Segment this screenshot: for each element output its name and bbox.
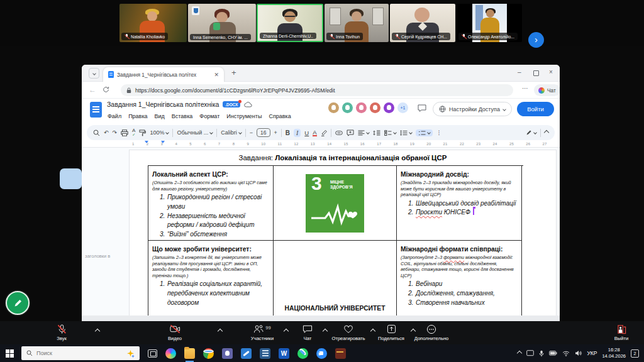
- indent-marker[interactable]: [161, 141, 165, 145]
- indent-marker[interactable]: [145, 141, 148, 145]
- more-toolbar-icon[interactable]: ⋮: [436, 129, 442, 136]
- avatar[interactable]: [328, 102, 339, 113]
- annotation-fab[interactable]: [6, 291, 30, 315]
- text-color-button[interactable]: A: [313, 129, 316, 136]
- new-tab-button[interactable]: +: [231, 68, 236, 77]
- chat-options-chevron[interactable]: [323, 329, 328, 334]
- cell-international-experience[interactable]: Міжнародний досвід: (Знайдіть 2–3 прикла…: [397, 166, 522, 241]
- browser-tab[interactable]: Завдання 1_Чернігівська політех ✕: [103, 67, 224, 82]
- menu-format[interactable]: Формат: [199, 113, 219, 119]
- taskbar-search[interactable]: [21, 346, 140, 360]
- video-options-chevron[interactable]: [218, 329, 223, 334]
- tab-search-icon[interactable]: [89, 68, 99, 79]
- browser-chat-button[interactable]: Чат: [534, 84, 560, 96]
- italic-button-active[interactable]: I: [294, 129, 301, 137]
- share-settings-button[interactable]: Настройки Доступа: [433, 102, 512, 116]
- taskbar-app-zoom[interactable]: [316, 348, 327, 359]
- menu-file[interactable]: Файл: [108, 113, 121, 119]
- taskbar-app-calculator[interactable]: [260, 348, 270, 359]
- participants-button[interactable]: 99 Участники: [240, 324, 284, 341]
- taskbar-app-copilot[interactable]: [165, 348, 176, 359]
- start-button[interactable]: [6, 349, 14, 358]
- bullet-list-select[interactable]: [400, 130, 412, 136]
- leave-button[interactable]: Выйти: [605, 324, 638, 341]
- browser-menu-icon[interactable]: ⋯: [522, 85, 529, 92]
- volume-icon[interactable]: [575, 350, 582, 356]
- font-select[interactable]: Calibri: [221, 129, 242, 136]
- next-participants-arrow[interactable]: ›: [528, 32, 544, 48]
- cell-university-actions[interactable]: Що може зробити університет: (Запишіть 2…: [148, 241, 274, 321]
- avatar[interactable]: [356, 102, 367, 113]
- menu-view[interactable]: Вид: [155, 113, 165, 119]
- cell-sdg[interactable]: 3 МІЦНЕ ЗДОРОВ'Я: [274, 166, 397, 241]
- comments-icon[interactable]: [418, 104, 426, 112]
- ruler[interactable]: 1 2 3 4 5 6 7 8 9 10 11 12 13 14 15 16 1…: [82, 140, 560, 148]
- language-indicator[interactable]: УКР: [587, 350, 597, 356]
- numbered-list-select-active[interactable]: [416, 129, 433, 136]
- undo-icon[interactable]: ↶: [104, 129, 109, 136]
- react-button[interactable]: Отреагировать: [328, 324, 369, 341]
- wifi-icon[interactable]: [562, 351, 570, 356]
- cell-university-name[interactable]: НАЦІОНАЛЬНИЙ УНІВЕРСИТЕТ: [274, 241, 397, 321]
- url-field[interactable]: https://docs.google.com/document/d/1cCDz…: [121, 84, 513, 96]
- search-icon[interactable]: [93, 129, 100, 136]
- battery-icon[interactable]: [549, 351, 557, 356]
- mic-icon[interactable]: [539, 350, 544, 357]
- taskbar-clock[interactable]: 16:28 14.04.2026: [602, 347, 626, 359]
- link-icon[interactable]: [335, 131, 343, 135]
- bold-button[interactable]: B: [286, 129, 290, 136]
- tab-close-icon[interactable]: ✕: [214, 72, 219, 78]
- font-size-increase[interactable]: +: [274, 129, 277, 136]
- add-comment-icon[interactable]: [347, 129, 354, 136]
- task-view-icon[interactable]: [148, 349, 157, 358]
- tray-expand-icon[interactable]: [517, 351, 522, 356]
- video-tile-active-speaker[interactable]: Zhanna Derii-Chernihiv,U..: [257, 4, 323, 42]
- menu-insert[interactable]: Вставка: [172, 113, 192, 119]
- cell-cooperation-formats[interactable]: Міжнародні формати співпраці: (Запропону…: [397, 241, 522, 321]
- audio-button[interactable]: Звук: [45, 324, 78, 341]
- zoom-select[interactable]: 100%: [150, 129, 169, 136]
- font-size-decrease[interactable]: −: [250, 129, 253, 136]
- line-spacing-icon[interactable]: [373, 130, 380, 136]
- share-button[interactable]: Поделиться: [374, 324, 409, 341]
- video-tile[interactable]: Олександр Анатолійо...: [457, 4, 522, 42]
- avatar[interactable]: [370, 102, 380, 113]
- taskbar-app-word[interactable]: W: [279, 348, 289, 359]
- more-button[interactable]: Дополнительно: [408, 324, 455, 341]
- align-select[interactable]: [358, 130, 369, 136]
- document-page[interactable]: Завдання: Локалізація та інтернаціоналіз…: [129, 150, 557, 321]
- menu-help[interactable]: Справка: [269, 113, 291, 119]
- underline-button[interactable]: U: [304, 129, 309, 136]
- sign-in-button[interactable]: Войти: [517, 102, 554, 116]
- taskbar-app-explorer[interactable]: [184, 348, 195, 359]
- redo-icon[interactable]: ↷: [113, 129, 118, 136]
- tablet-icon[interactable]: [526, 350, 534, 356]
- notification-center-icon[interactable]: 2: [631, 349, 639, 358]
- browser-minimize-button[interactable]: –: [518, 69, 521, 75]
- taskbar-app-people[interactable]: [222, 348, 233, 359]
- menu-tools[interactable]: Инструменты: [226, 113, 262, 119]
- document-title[interactable]: Завдання 1_Чернігівська політехніка: [107, 101, 219, 108]
- print-icon[interactable]: [121, 129, 128, 136]
- avatar-overflow-badge[interactable]: +1: [397, 102, 408, 113]
- audio-options-chevron[interactable]: [95, 329, 100, 334]
- font-size-field[interactable]: 16: [257, 128, 270, 137]
- avatar[interactable]: [342, 102, 353, 113]
- styles-select[interactable]: Обычный ...: [177, 129, 213, 136]
- back-icon[interactable]: ←: [89, 85, 96, 94]
- collapse-toolbar-icon[interactable]: [544, 130, 549, 135]
- spellcheck-icon[interactable]: A✓: [132, 128, 135, 137]
- google-docs-icon[interactable]: [90, 102, 102, 118]
- search-input[interactable]: [36, 350, 112, 356]
- video-tile[interactable]: Nataliia Kholiavko: [119, 4, 187, 42]
- taskbar-app-whatsapp[interactable]: [297, 348, 308, 359]
- chat-button[interactable]: Чат: [293, 324, 322, 341]
- cell-local-aspect[interactable]: Локальний аспект ЦСР: (Опишіть 2–3 особл…: [148, 166, 274, 241]
- video-tile[interactable]: Inna Tsvihun: [325, 4, 389, 42]
- editing-mode-select[interactable]: [526, 129, 536, 136]
- taskbar-app-photos[interactable]: [335, 348, 346, 359]
- browser-close-button[interactable]: ×: [549, 69, 553, 75]
- taskbar-app-chrome[interactable]: [203, 348, 214, 359]
- reload-icon[interactable]: [103, 86, 109, 93]
- avatar[interactable]: [384, 102, 394, 113]
